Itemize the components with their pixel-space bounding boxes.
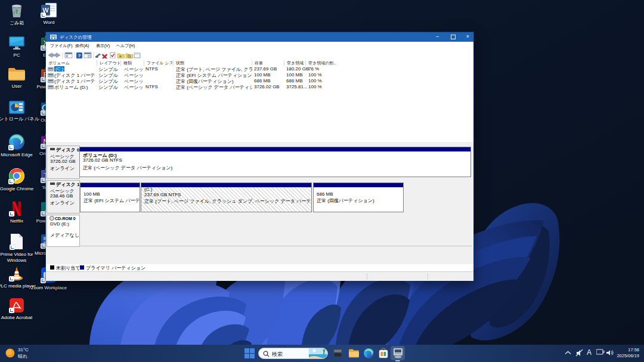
svg-text:?: ? xyxy=(78,53,81,58)
